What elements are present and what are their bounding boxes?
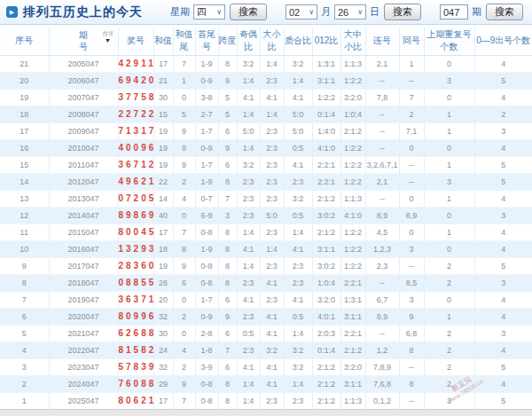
cell-prime-comp: 4:1: [284, 240, 312, 257]
cell-issue: 2020047: [49, 308, 118, 325]
cell-span: 9: [218, 308, 237, 325]
cell-prime-comp: 3:2: [284, 55, 312, 72]
issue-search-button[interactable]: 搜索: [486, 4, 523, 20]
month-select-value: 02: [289, 7, 300, 18]
cell-digit-count: 3: [474, 207, 532, 224]
cell-repeat-prev: 0: [424, 240, 474, 257]
cell-seq: 18: [0, 106, 49, 122]
cell-prime-comp: 1:4: [284, 325, 312, 341]
cell-sum-tail: 0: [173, 207, 195, 224]
cell-same: 0: [399, 139, 424, 156]
cell-prime-comp: 0:5: [284, 207, 312, 224]
cell-span: 9: [218, 139, 237, 156]
cell-sum-tail: 4: [173, 341, 195, 358]
cell-sum-tail: 6: [173, 274, 195, 291]
cell-span: 6: [218, 156, 237, 173]
cell-big-mid-small: 1:1:3: [340, 190, 365, 207]
date-search-button[interactable]: 搜索: [384, 4, 421, 20]
cell-big-mid-small: 4:1:0: [340, 207, 365, 224]
cell-repeat-prev: 2: [424, 375, 474, 392]
search-controls: 星期 四 ∨ 搜索 02 ∨ 月 26 ∨ 日 搜索 期 搜索: [168, 4, 526, 20]
cell-big-small: 4:1: [260, 375, 284, 392]
sort-arrow-icon: ▼: [102, 37, 114, 43]
cell-big-small: 4:1: [260, 308, 284, 325]
cell-issue: 2008047: [49, 106, 118, 122]
cell-odd-even: 1:4: [237, 106, 260, 122]
cell-zero-one-two: 2:2:1: [312, 173, 340, 190]
cell-odd-even: 1:4: [237, 72, 260, 89]
cell-digit-count: 4: [474, 190, 532, 207]
cell-repeat-prev: 1: [424, 122, 474, 139]
cell-sum: 21: [153, 72, 173, 89]
cell-same: 3: [399, 240, 424, 257]
cell-prize: 69420: [118, 72, 153, 89]
cell-span: 6: [218, 358, 237, 375]
day-select[interactable]: 26 ∨: [334, 4, 366, 20]
table-row: 202006047694202110-991:42:31:43:1:11:2:2…: [0, 72, 532, 89]
cell-big-small: 1:4: [260, 106, 284, 122]
cell-zero-one-two: 3:0:2: [312, 207, 340, 224]
cell-repeat-prev: 0: [424, 89, 474, 106]
table-row: 52021047626883002-860:54:11:42:0:32:2:1-…: [0, 325, 532, 341]
cell-prime-comp: 2:3: [284, 173, 312, 190]
cell-prize: 40096: [118, 139, 153, 156]
cell-digit-count: 4: [474, 224, 532, 240]
cell-digit-count: 5: [474, 72, 532, 89]
cell-consecutive: --: [365, 139, 399, 156]
cell-repeat-prev: 0: [424, 139, 474, 156]
cell-consecutive: --: [365, 72, 399, 89]
column-header-issue: 期号排序▼: [49, 27, 118, 55]
cell-prize: 80045: [118, 224, 153, 240]
cell-issue: 2016047: [49, 240, 118, 257]
cell-big-mid-small: 2:1:2: [340, 122, 365, 139]
cell-span: 8: [218, 240, 237, 257]
cell-first-last: 0-9: [195, 72, 218, 89]
cell-span: 8: [218, 375, 237, 392]
cell-zero-one-two: 0:1:4: [312, 106, 340, 122]
cell-odd-even: 2:3: [237, 274, 260, 291]
week-select[interactable]: 四 ∨: [193, 4, 225, 20]
cell-odd-even: 2:3: [237, 341, 260, 358]
cell-sum-tail: 9: [173, 122, 195, 139]
cell-zero-one-two: 3:1:1: [312, 240, 340, 257]
cell-span: 8: [218, 392, 237, 409]
table-row: 162010047400961990-991:42:30:54:1:01:2:2…: [0, 139, 532, 156]
cell-sum-tail: 9: [173, 257, 195, 274]
cell-digit-count: 4: [474, 89, 532, 106]
cell-digit-count: 2: [474, 106, 532, 122]
cell-big-small: 2:3: [260, 173, 284, 190]
cell-seq: 4: [0, 341, 49, 358]
cell-issue: 2007047: [49, 89, 118, 106]
cell-prize: 07205: [118, 190, 153, 207]
cell-big-mid-small: 3:1:1: [340, 375, 365, 392]
cell-consecutive: 3,2,6,7,1: [365, 156, 399, 173]
cell-repeat-prev: 1: [424, 308, 474, 325]
cell-first-last: 1-9: [195, 173, 218, 190]
cell-first-last: 2-7: [195, 106, 218, 122]
cell-sum: 29: [153, 375, 173, 392]
cell-consecutive: --: [365, 122, 399, 139]
cell-big-mid-small: 2:2:1: [340, 325, 365, 341]
cell-seq: 20: [0, 72, 49, 89]
cell-sum: 18: [153, 240, 173, 257]
sort-control[interactable]: 排序▼: [102, 30, 114, 43]
cell-digit-count: 4: [474, 291, 532, 308]
cell-same: --: [399, 257, 424, 274]
cell-prize: 81582: [118, 341, 153, 358]
cell-prize: 37758: [118, 89, 153, 106]
cell-prime-comp: 5:0: [284, 106, 312, 122]
cell-digit-count: 5: [474, 358, 532, 375]
cell-big-small: 4:1: [260, 89, 284, 106]
month-select[interactable]: 02 ∨: [286, 4, 317, 20]
cell-prize: 22722: [118, 106, 153, 122]
sort-label: 排序: [102, 30, 113, 35]
issue-input[interactable]: [440, 4, 468, 20]
cell-span: 8: [218, 55, 237, 72]
cell-prize: 36371: [118, 291, 153, 308]
cell-sum: 17: [153, 224, 173, 240]
cell-issue: 2011047: [49, 156, 118, 173]
cell-sum-tail: 7: [173, 224, 195, 240]
cell-seq: 21: [0, 55, 49, 72]
week-search-button[interactable]: 搜索: [230, 4, 267, 20]
cell-span: 6: [218, 291, 237, 308]
